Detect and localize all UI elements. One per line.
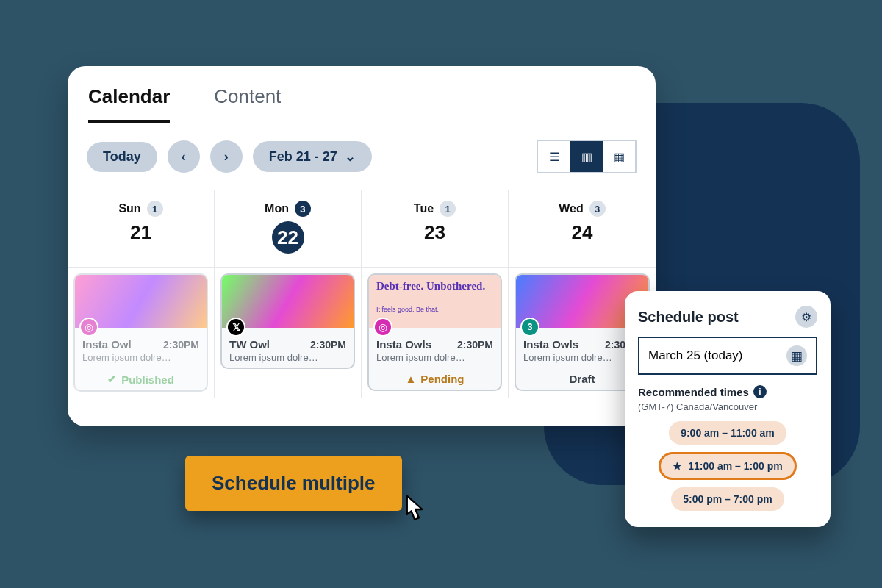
date-number: 21 (130, 221, 151, 243)
time-slot[interactable]: 5:00 pm – 7:00 pm (671, 487, 784, 511)
post-account: Insta Owls (376, 338, 431, 351)
pointer-cursor-icon (397, 492, 431, 526)
day-column: 𝕏 TW Owl2:30PM Lorem ipsum dolre… (215, 268, 362, 398)
post-account: Insta Owl (82, 338, 132, 351)
post-count-badge: 3 (295, 201, 311, 217)
post-snippet: Lorem ipsum dolre… (376, 352, 493, 363)
post-card[interactable]: ◎ Insta Owl2:30PM Lorem ipsum dolre… ✔Pu… (74, 273, 208, 392)
today-button[interactable]: Today (87, 142, 157, 172)
post-count-badge: 1 (147, 201, 163, 217)
date-number: 24 (572, 221, 593, 243)
time-slot[interactable]: 9:00 am – 11:00 am (669, 421, 786, 445)
status-label: Pending (420, 373, 464, 385)
tab-content[interactable]: Content (214, 85, 281, 123)
next-button[interactable]: › (210, 140, 243, 173)
rec-label: Recommended times (638, 386, 749, 398)
post-account: Insta Owls (523, 338, 578, 351)
post-thumbnail: ◎ (75, 275, 207, 328)
day-header: Wed3 24 (509, 190, 656, 267)
dow-label: Mon (265, 202, 289, 215)
recommended-times-heading: Recommended times i (638, 385, 817, 398)
date-picker-field[interactable]: March 25 (today) ▦ (638, 337, 817, 375)
dow-label: Tue (414, 202, 434, 215)
settings-button[interactable]: ⚙ (795, 306, 817, 328)
day-column: Debt-free. Unbothered. It feels good. Be… (362, 268, 509, 398)
schedule-multiple-button[interactable]: Schedule multiple (185, 456, 402, 511)
dow-label: Sun (118, 202, 140, 215)
post-count-badge: 3 (589, 201, 606, 217)
check-icon: ✔ (107, 373, 117, 386)
day-header: Sun1 21 (68, 190, 215, 267)
time-slot-recommended[interactable]: ★ 11:00 am – 1:00 pm (659, 452, 796, 480)
calendar-header-row: Sun1 21 Mon3 22 Tue1 23 Wed3 24 (68, 190, 656, 267)
list-icon: ☰ (549, 150, 559, 164)
toolbar: Today ‹ › Feb 21 - 27 ⌄ ☰ ▥ ▦ (68, 123, 656, 190)
calendar-body: ◎ Insta Owl2:30PM Lorem ipsum dolre… ✔Pu… (68, 267, 656, 398)
instagram-icon: ◎ (373, 318, 392, 337)
time-slot-list: 9:00 am – 11:00 am ★ 11:00 am – 1:00 pm … (638, 421, 817, 511)
schedule-post-popover: Schedule post ⚙ March 25 (today) ▦ Recom… (625, 291, 831, 527)
star-icon: ★ (673, 460, 682, 472)
view-week-button[interactable]: ▥ (570, 141, 603, 172)
info-icon[interactable]: i (753, 385, 767, 398)
popover-title: Schedule post (638, 309, 739, 326)
day-column: ◎ Insta Owl2:30PM Lorem ipsum dolre… ✔Pu… (68, 268, 215, 398)
columns-icon: ▥ (581, 150, 592, 164)
instagram-icon: ◎ (79, 318, 98, 337)
post-card[interactable]: 𝕏 TW Owl2:30PM Lorem ipsum dolre… (220, 273, 355, 369)
dow-label: Wed (559, 202, 583, 215)
gear-icon: ⚙ (801, 310, 811, 324)
calendar-icon: ▦ (614, 150, 625, 164)
x-twitter-icon: 𝕏 (226, 318, 245, 337)
status-pending: ▲Pending (369, 368, 501, 390)
status-label: Published (121, 373, 174, 386)
post-snippet: Lorem ipsum dolre… (82, 352, 199, 363)
date-field-value: March 25 (today) (648, 348, 743, 363)
chevron-left-icon: ‹ (182, 149, 186, 165)
calendar-icon: ▦ (786, 345, 807, 366)
post-account: TW Owl (229, 338, 270, 351)
view-list-button[interactable]: ☰ (538, 141, 570, 172)
date-range-label: Feb 21 - 27 (269, 149, 337, 165)
post-time: 2:30PM (163, 339, 199, 351)
thumb-overlay-title: Debt-free. Unbothered. (376, 281, 485, 293)
tab-bar: Calendar Content (68, 66, 656, 123)
post-card[interactable]: Debt-free. Unbothered. It feels good. Be… (368, 273, 502, 391)
post-thumbnail: Debt-free. Unbothered. It feels good. Be… (369, 275, 501, 328)
post-time: 2:30PM (310, 339, 346, 351)
warning-icon: ▲ (405, 373, 416, 385)
post-thumbnail: 𝕏 (222, 275, 354, 328)
post-count-badge: 1 (440, 201, 456, 217)
time-slot-label: 11:00 am – 1:00 pm (688, 460, 782, 472)
date-range-picker[interactable]: Feb 21 - 27 ⌄ (253, 141, 372, 172)
thumb-overlay-sub: It feels good. Be that. (376, 306, 439, 313)
status-label: Draft (569, 373, 595, 385)
post-snippet: Lorem ipsum dolre… (229, 352, 346, 363)
chevron-right-icon: › (224, 149, 229, 165)
chevron-down-icon: ⌄ (345, 148, 356, 165)
prev-button[interactable]: ‹ (168, 140, 200, 173)
status-published: ✔Published (75, 368, 207, 390)
day-header: Tue1 23 (362, 190, 509, 267)
view-switcher: ☰ ▥ ▦ (537, 140, 637, 173)
post-time: 2:30PM (457, 339, 493, 351)
calendar-panel: Calendar Content Today ‹ › Feb 21 - 27 ⌄… (68, 66, 656, 426)
timezone-label: (GMT-7) Canada/Vancouver (638, 401, 817, 412)
date-number: 23 (424, 221, 445, 243)
multi-network-badge: 3 (520, 318, 539, 337)
post-snippet: Lorem ipsum dolre… (523, 352, 641, 363)
date-number-today: 22 (272, 221, 304, 254)
day-header: Mon3 22 (215, 190, 362, 267)
view-month-button[interactable]: ▦ (603, 141, 635, 172)
tab-calendar[interactable]: Calendar (88, 85, 170, 123)
